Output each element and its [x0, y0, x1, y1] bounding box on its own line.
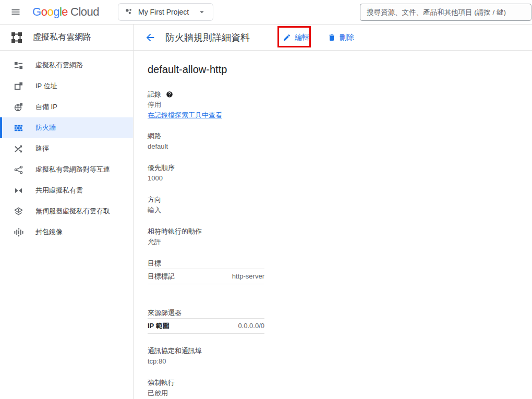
- enforcement-value: 已啟用: [148, 388, 532, 398]
- packet-mirroring-icon: [13, 227, 23, 237]
- rule-name: default-allow-http: [148, 63, 532, 76]
- field-direction: 方向 輸入: [148, 195, 532, 215]
- table-row: 目標標記 http-server: [148, 269, 264, 284]
- trash-icon: [328, 33, 336, 42]
- sidebar-item-vpc-networks[interactable]: 虛擬私有雲網路: [0, 55, 133, 76]
- project-icon: [125, 8, 133, 16]
- logs-value: 停用: [148, 100, 532, 110]
- routes-icon: [13, 143, 23, 154]
- product-title: 虛擬私有雲網路: [33, 32, 91, 43]
- logs-explorer-link[interactable]: 在記錄檔探索工具中查看: [148, 110, 222, 120]
- firewall-rule-detail: default-allow-http 記錄 停用 在記錄檔探索工具中查看 網路 …: [134, 51, 532, 399]
- network-value: default: [148, 141, 532, 152]
- delete-button[interactable]: 刪除: [328, 30, 354, 45]
- protocols-ports-value: tcp:80: [148, 356, 532, 367]
- topbar: Google Cloud My First Project: [0, 0, 532, 25]
- cloud-wordmark: Cloud: [70, 5, 99, 19]
- detail-header: 防火牆規則詳細資料 編輯 刪除: [134, 25, 532, 50]
- byoip-icon: [13, 102, 23, 112]
- sidebar-item-serverless-vpc-access[interactable]: 無伺服器虛擬私有雲存取: [0, 201, 133, 222]
- sidebar-item-shared-vpc[interactable]: 共用虛擬私有雲: [0, 180, 133, 201]
- field-logs: 記錄 停用 在記錄檔探索工具中查看: [148, 89, 532, 120]
- sidebar-item-byoip[interactable]: 自備 IP: [0, 96, 133, 117]
- field-protocols-ports: 通訊協定和通訊埠 tcp:80: [148, 346, 532, 367]
- table-row: IP 範圍 0.0.0.0/0: [148, 318, 264, 334]
- ip-ranges-value: 0.0.0.0/0: [238, 321, 264, 331]
- action-value: 允許: [148, 237, 532, 247]
- shared-vpc-icon: [13, 185, 23, 196]
- target-tags-key: 目標標記: [148, 271, 175, 282]
- back-arrow-button[interactable]: [143, 30, 158, 45]
- vpc-network-logo-icon: [10, 31, 23, 44]
- gcp-console: Google Cloud My First Project 虛擬私有雲網路: [0, 0, 532, 399]
- google-cloud-logo[interactable]: Google Cloud: [32, 5, 99, 19]
- search-input[interactable]: [360, 4, 531, 21]
- sidebar-item-ip-addresses[interactable]: IP 位址: [0, 76, 133, 96]
- sidebar: 虛擬私有雲網路 IP 位址 自備 IP 防火牆: [0, 51, 134, 399]
- targets-table: 目標 目標標記 http-server: [148, 258, 264, 284]
- sidebar-item-vpc-peering[interactable]: 虛擬私有雲網路對等互連: [0, 159, 133, 180]
- product-header: 虛擬私有雲網路: [0, 25, 134, 50]
- sidebar-item-routes[interactable]: 路徑: [0, 138, 133, 159]
- pencil-icon: [283, 33, 291, 42]
- edit-button[interactable]: 編輯: [283, 30, 309, 45]
- google-wordmark: Google: [32, 5, 68, 19]
- firewall-icon: [13, 123, 23, 133]
- target-tags-value: http-server: [232, 271, 264, 282]
- priority-value: 1000: [148, 173, 532, 184]
- page-header: 虛擬私有雲網路 防火牆規則詳細資料 編輯 刪除: [0, 25, 532, 51]
- field-action-on-match: 相符時執行的動作 允許: [148, 226, 532, 247]
- sidebar-item-firewall[interactable]: 防火牆: [0, 117, 133, 138]
- field-enforcement: 強制執行 已啟用: [148, 378, 532, 398]
- targets-header: 目標: [148, 258, 264, 269]
- chevron-down-icon: [197, 7, 207, 17]
- vpc-peering-icon: [13, 164, 23, 175]
- source-filters-header: 來源篩選器: [148, 308, 264, 318]
- ip-ranges-key: IP 範圍: [148, 321, 170, 331]
- vpc-networks-icon: [13, 60, 23, 70]
- field-network: 網路 default: [148, 131, 532, 152]
- menu-icon[interactable]: [8, 5, 23, 19]
- sidebar-item-packet-mirroring[interactable]: 封包鏡像: [0, 222, 133, 243]
- serverless-vpc-access-icon: [13, 206, 23, 216]
- project-name: My First Project: [138, 8, 189, 16]
- source-filters-table: 來源篩選器 IP 範圍 0.0.0.0/0: [148, 308, 264, 334]
- help-icon[interactable]: [166, 91, 173, 98]
- ip-addresses-icon: [13, 81, 23, 91]
- direction-value: 輸入: [148, 205, 532, 215]
- project-selector[interactable]: My First Project: [118, 3, 213, 21]
- field-priority: 優先順序 1000: [148, 163, 532, 184]
- page-title: 防火牆規則詳細資料: [165, 31, 250, 44]
